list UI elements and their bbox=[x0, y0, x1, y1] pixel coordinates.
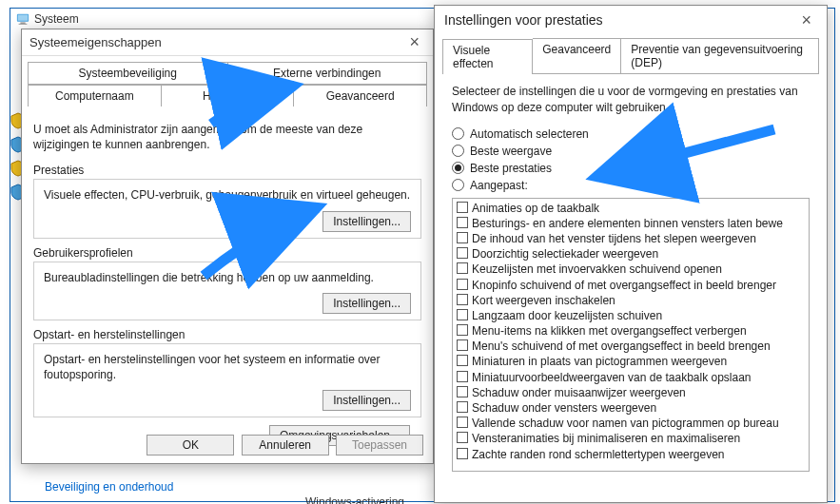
checkbox-icon bbox=[457, 371, 468, 382]
checkbox-icon bbox=[457, 324, 468, 336]
checkbox-icon bbox=[457, 247, 468, 259]
checkbox-icon bbox=[457, 202, 468, 213]
checklist-item[interactable]: Besturings- en andere elementen binnen v… bbox=[457, 216, 805, 231]
computer-icon bbox=[16, 12, 29, 26]
sysprops-body: U moet als Administrator zijn aangemeld … bbox=[22, 107, 433, 450]
svg-rect-3 bbox=[19, 24, 28, 25]
tab-advanced[interactable]: Geavanceerd bbox=[294, 85, 427, 107]
perf-close-button[interactable]: × bbox=[795, 10, 817, 30]
radio-best-look-label: Beste weergave bbox=[470, 145, 552, 158]
checkbox-icon bbox=[457, 355, 468, 366]
radio-icon bbox=[452, 179, 464, 191]
checkbox-icon bbox=[457, 262, 468, 274]
checkbox-icon bbox=[457, 217, 468, 228]
checkbox-icon bbox=[457, 279, 468, 290]
profiles-desc: Bureaubladinstellingen die betrekking he… bbox=[44, 270, 411, 285]
checklist-item-label: Besturings- en andere elementen binnen v… bbox=[472, 216, 783, 231]
checklist-item-label: Langzaam door keuzelijsten schuiven bbox=[472, 308, 662, 323]
radio-icon bbox=[452, 145, 464, 157]
checkbox-icon bbox=[457, 339, 468, 351]
profiles-label: Gebruikersprofielen bbox=[33, 246, 421, 260]
radio-best-perf[interactable]: Beste prestaties bbox=[452, 162, 810, 175]
checkbox-icon bbox=[457, 294, 468, 305]
checklist-item-label: Knopinfo schuivend of met overgangseffec… bbox=[472, 278, 776, 293]
checklist-item[interactable]: Vallende schaduw voor namen van pictogra… bbox=[457, 416, 805, 431]
perf-desc: Selecteer de instellingen die u voor de … bbox=[452, 84, 810, 116]
checklist-item-label: Doorzichtig selectiekader weergeven bbox=[472, 246, 658, 262]
tab-system-security[interactable]: Systeembeveiliging bbox=[28, 62, 228, 84]
performance-settings-button[interactable]: Instellingen... bbox=[322, 211, 411, 232]
sysprops-title: Systeemeigenschappen bbox=[29, 35, 162, 49]
checkbox-icon bbox=[457, 309, 468, 320]
profiles-group: Gebruikersprofielen Bureaubladinstelling… bbox=[33, 246, 421, 320]
checklist-item-label: Menu-items na klikken met overgangseffec… bbox=[472, 323, 747, 339]
checklist-item[interactable]: Schaduw onder muisaanwijzer weergeven bbox=[457, 385, 805, 400]
cancel-button[interactable]: Annuleren bbox=[242, 435, 329, 456]
checklist-item[interactable]: Schaduw onder vensters weergeven bbox=[457, 400, 805, 416]
profiles-settings-button[interactable]: Instellingen... bbox=[322, 293, 411, 314]
checklist-item-label: Miniaturen in plaats van pictogrammen we… bbox=[472, 354, 727, 369]
checklist-item-label: Schaduw onder vensters weergeven bbox=[472, 400, 656, 416]
security-maintenance-link[interactable]: Beveiliging en onderhoud bbox=[45, 480, 173, 494]
checklist-item[interactable]: Doorzichtig selectiekader weergeven bbox=[457, 246, 805, 262]
perf-title: Instellingen voor prestaties bbox=[444, 12, 603, 28]
svg-rect-2 bbox=[20, 23, 25, 24]
visual-effects-checklist[interactable]: Animaties op de taakbalkBesturings- en a… bbox=[452, 198, 810, 472]
radio-best-perf-label: Beste prestaties bbox=[470, 162, 552, 175]
tab-visual-effects[interactable]: Visuele effecten bbox=[442, 39, 533, 74]
checklist-item-label: Vensteranimaties bij minimaliseren en ma… bbox=[472, 431, 740, 446]
checklist-item[interactable]: Keuzelijsten met invoervakken schuivend … bbox=[457, 262, 805, 277]
radio-custom-label: Aangepast: bbox=[470, 179, 528, 192]
sysprops-close-button[interactable]: × bbox=[403, 32, 425, 52]
sysprops-tabs: Systeembeveiliging Externe verbindingen … bbox=[28, 62, 427, 107]
checkbox-icon bbox=[457, 448, 468, 459]
checklist-item-label: Kort weergeven inschakelen bbox=[472, 293, 615, 308]
ok-button[interactable]: OK bbox=[147, 435, 234, 456]
performance-desc: Visuele effecten, CPU-verbruik, geheugen… bbox=[44, 187, 411, 203]
checklist-item-label: Animaties op de taakbalk bbox=[472, 201, 599, 216]
checklist-item[interactable]: Kort weergeven inschakelen bbox=[457, 293, 805, 308]
perf-body: Selecteer de instellingen die u voor de … bbox=[435, 74, 827, 477]
tab-remote[interactable]: Externe verbindingen bbox=[228, 62, 428, 84]
checkbox-icon bbox=[457, 417, 468, 428]
performance-options-dialog: Instellingen voor prestaties × Visuele e… bbox=[434, 5, 828, 503]
checklist-item[interactable]: Menu's schuivend of met overgangseffect … bbox=[457, 339, 805, 354]
radio-icon bbox=[452, 127, 464, 140]
windows-activation-label: Windows-activering bbox=[305, 495, 404, 504]
checklist-item-label: Vallende schaduw voor namen van pictogra… bbox=[472, 416, 779, 431]
checkbox-icon bbox=[457, 386, 468, 397]
left-edge-icons bbox=[10, 27, 17, 472]
checklist-item[interactable]: Animaties op de taakbalk bbox=[457, 201, 805, 216]
checklist-item[interactable]: Menu-items na klikken met overgangseffec… bbox=[457, 323, 805, 339]
checklist-item[interactable]: De inhoud van het venster tijdens het sl… bbox=[457, 231, 805, 246]
checklist-item-label: De inhoud van het venster tijdens het sl… bbox=[472, 231, 756, 246]
radio-auto[interactable]: Automatisch selecteren bbox=[452, 127, 810, 141]
checklist-item[interactable]: Miniaturen in plaats van pictogrammen we… bbox=[457, 354, 805, 369]
system-window-title: Systeem bbox=[16, 12, 79, 26]
checkbox-icon bbox=[457, 432, 468, 443]
startup-settings-button[interactable]: Instellingen... bbox=[322, 390, 411, 411]
tab-perf-advanced[interactable]: Geavanceerd bbox=[533, 38, 621, 73]
checklist-item[interactable]: Zachte randen rond schermlettertypen wee… bbox=[457, 447, 805, 462]
checklist-item-label: Miniatuurvoorbeeldweergaven van de taakb… bbox=[472, 370, 752, 385]
checklist-item-label: Schaduw onder muisaanwijzer weergeven bbox=[472, 385, 686, 400]
tab-hardware[interactable]: Hardware bbox=[162, 85, 295, 107]
checklist-item[interactable]: Miniatuurvoorbeeldweergaven van de taakb… bbox=[457, 370, 805, 385]
checklist-item-label: Zachte randen rond schermlettertypen wee… bbox=[472, 447, 724, 462]
checklist-item[interactable]: Knopinfo schuivend of met overgangseffec… bbox=[457, 278, 805, 293]
tab-computer-name[interactable]: Computernaam bbox=[28, 85, 162, 107]
checklist-item[interactable]: Vensteranimaties bij minimaliseren en ma… bbox=[457, 431, 805, 446]
svg-rect-1 bbox=[18, 15, 29, 21]
system-properties-dialog: Systeemeigenschappen × Systeembeveiligin… bbox=[21, 29, 434, 464]
admin-note: U moet als Administrator zijn aangemeld … bbox=[33, 122, 421, 152]
radio-best-look[interactable]: Beste weergave bbox=[452, 145, 810, 158]
apply-button[interactable]: Toepassen bbox=[336, 435, 423, 456]
checklist-item[interactable]: Langzaam door keuzelijsten schuiven bbox=[457, 308, 805, 323]
performance-group: Prestaties Visuele effecten, CPU-verbrui… bbox=[33, 164, 421, 238]
sysprops-bottom-buttons: OK Annuleren Toepassen bbox=[147, 435, 423, 456]
radio-auto-label: Automatisch selecteren bbox=[470, 127, 589, 141]
radio-custom[interactable]: Aangepast: bbox=[452, 179, 810, 192]
startup-group: Opstart- en herstelinstellingen Opstart-… bbox=[33, 328, 421, 417]
radio-icon-selected bbox=[452, 162, 464, 174]
tab-dep[interactable]: Preventie van gegevensuitvoering (DEP) bbox=[621, 38, 819, 73]
